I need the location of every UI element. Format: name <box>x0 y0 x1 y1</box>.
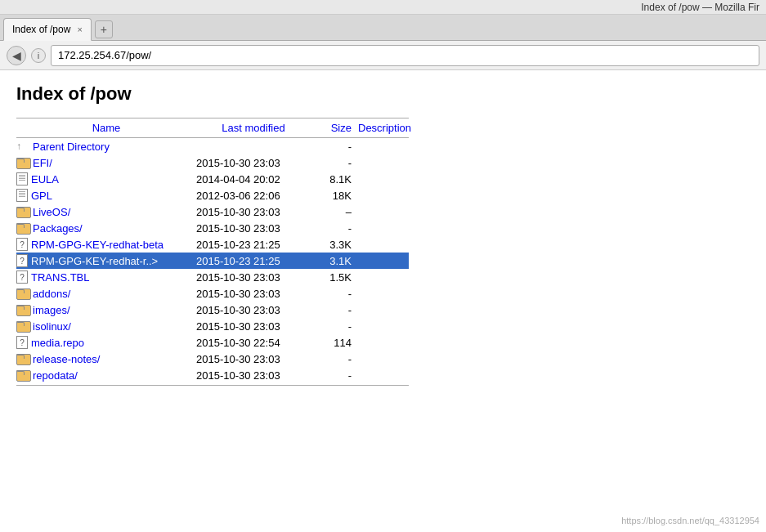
table-row: ? media.repo 2015-10-30 22:54 114 <box>16 334 409 351</box>
row-size-cell: – <box>311 206 352 218</box>
row-modified-cell: 2015-10-30 23:03 <box>196 157 311 169</box>
row-size-cell: - <box>311 288 352 300</box>
row-link[interactable]: Parent Directory <box>33 141 110 153</box>
row-link[interactable]: release-notes/ <box>33 353 100 365</box>
table-body: Parent Directory - EFI/ 2015-10-30 23:03… <box>16 138 409 383</box>
row-link[interactable]: RPM-GPG-KEY-redhat-beta <box>31 239 164 251</box>
folder-icon <box>16 205 29 218</box>
row-size-cell: - <box>311 157 352 169</box>
table-row: addons/ 2015-10-30 23:03 - <box>16 285 409 302</box>
row-name-cell: release-notes/ <box>16 352 196 365</box>
row-modified-cell: 2015-10-30 23:03 <box>196 353 311 365</box>
row-link[interactable]: TRANS.TBL <box>31 271 90 284</box>
col-header-name[interactable]: Name <box>92 122 121 134</box>
table-row: ? RPM-GPG-KEY-redhat-beta 2015-10-23 21:… <box>16 236 409 253</box>
row-link[interactable]: addons/ <box>33 288 70 300</box>
row-modified-cell: 2015-10-30 23:03 <box>196 271 311 284</box>
row-size-cell: 3.1K <box>311 255 352 267</box>
row-size-cell: - <box>311 320 352 333</box>
row-name-cell: GPL <box>16 189 196 202</box>
table-header: Name Last modified Size Description <box>16 118 409 138</box>
row-size-cell: - <box>311 304 352 316</box>
col-header-modified[interactable]: Last modified <box>222 122 284 134</box>
unknown-file-icon: ? <box>16 270 28 284</box>
table-row: ? RPM-GPG-KEY-redhat-r..> 2015-10-23 21:… <box>16 253 409 269</box>
table-row: Parent Directory - <box>16 138 409 154</box>
parent-icon <box>16 140 29 153</box>
row-size-cell: 1.5K <box>311 271 352 284</box>
table-row: Packages/ 2015-10-30 23:03 - <box>16 220 409 236</box>
row-name-cell: images/ <box>16 303 196 316</box>
row-link[interactable]: Packages/ <box>33 222 83 235</box>
row-name-cell: Packages/ <box>16 221 196 235</box>
row-link[interactable]: EFI/ <box>33 157 52 169</box>
page-content: Index of /pow Name Last modified Size De… <box>0 70 766 400</box>
row-size-cell: - <box>311 353 352 365</box>
row-name-cell: Parent Directory <box>16 140 196 153</box>
row-size-cell: 18K <box>311 190 352 202</box>
row-name-cell: ? media.repo <box>16 336 196 349</box>
table-row: release-notes/ 2015-10-30 23:03 - <box>16 351 409 367</box>
row-link[interactable]: LiveOS/ <box>33 206 70 218</box>
col-header-description[interactable]: Description <box>358 122 411 134</box>
info-button[interactable]: i <box>31 48 46 63</box>
row-modified-cell: 2015-10-30 22:54 <box>196 337 311 349</box>
row-modified-cell: 2015-10-23 21:25 <box>196 239 311 251</box>
row-name-cell: ? RPM-GPG-KEY-redhat-r..> <box>16 254 196 267</box>
table-row: repodata/ 2015-10-30 23:03 - <box>16 367 409 383</box>
row-name-cell: LiveOS/ <box>16 205 196 218</box>
row-size-cell: - <box>311 222 352 235</box>
unknown-file-icon: ? <box>16 336 28 349</box>
row-link[interactable]: media.repo <box>31 337 84 349</box>
title-bar-text: Index of /pow — Mozilla Fir <box>641 2 759 13</box>
table-footer-line <box>16 385 409 386</box>
url-bar[interactable] <box>51 45 759 66</box>
table-row: isolinux/ 2015-10-30 23:03 - <box>16 318 409 334</box>
back-button[interactable]: ◀ <box>7 46 26 65</box>
row-modified-cell: 2015-10-30 23:03 <box>196 288 311 300</box>
folder-icon <box>16 352 29 365</box>
title-bar: Index of /pow — Mozilla Fir <box>0 0 766 15</box>
tab-close-button[interactable]: × <box>77 25 82 34</box>
info-icon: i <box>38 51 39 60</box>
directory-table: Name Last modified Size Description Pare… <box>16 118 409 386</box>
row-link[interactable]: EULA <box>31 173 59 186</box>
file-icon <box>16 172 28 186</box>
row-modified-cell: 2015-10-30 23:03 <box>196 369 311 382</box>
row-link[interactable]: GPL <box>31 190 52 202</box>
folder-icon <box>16 287 29 300</box>
row-name-cell: ? TRANS.TBL <box>16 270 196 284</box>
new-tab-button[interactable]: + <box>95 20 113 38</box>
table-row: images/ 2015-10-30 23:03 - <box>16 302 409 318</box>
active-tab[interactable]: Index of /pow × <box>3 18 92 41</box>
row-modified-cell: 2014-04-04 20:02 <box>196 173 311 186</box>
folder-icon <box>16 369 29 382</box>
folder-icon <box>16 156 29 169</box>
row-link[interactable]: isolinux/ <box>33 320 71 333</box>
row-name-cell: EULA <box>16 172 196 186</box>
table-row: LiveOS/ 2015-10-30 23:03 – <box>16 203 409 220</box>
row-modified-cell: 2015-10-30 23:03 <box>196 222 311 235</box>
row-size-cell: 114 <box>311 337 352 349</box>
row-modified-cell: 2015-10-23 21:25 <box>196 255 311 267</box>
row-modified-cell: 2015-10-30 23:03 <box>196 304 311 316</box>
tab-bar: Index of /pow × + <box>0 15 766 41</box>
row-size-cell: - <box>311 369 352 382</box>
table-row: EFI/ 2015-10-30 23:03 - <box>16 154 409 171</box>
col-header-size[interactable]: Size <box>331 122 352 134</box>
row-link[interactable]: repodata/ <box>33 369 78 382</box>
row-link[interactable]: images/ <box>33 304 70 316</box>
row-name-cell: addons/ <box>16 287 196 300</box>
table-row: GPL 2012-03-06 22:06 18K <box>16 187 409 203</box>
nav-bar: ◀ i <box>0 41 766 70</box>
row-name-cell: ? RPM-GPG-KEY-redhat-beta <box>16 238 196 251</box>
page-title: Index of /pow <box>16 83 750 105</box>
table-row: EULA 2014-04-04 20:02 8.1K <box>16 171 409 187</box>
row-modified-cell: 2015-10-30 23:03 <box>196 320 311 333</box>
tab-label: Index of /pow <box>12 24 70 35</box>
row-name-cell: EFI/ <box>16 156 196 169</box>
row-link[interactable]: RPM-GPG-KEY-redhat-r..> <box>31 255 158 267</box>
row-size-cell: - <box>311 141 352 153</box>
folder-icon <box>16 303 29 316</box>
table-row: ? TRANS.TBL 2015-10-30 23:03 1.5K <box>16 269 409 285</box>
